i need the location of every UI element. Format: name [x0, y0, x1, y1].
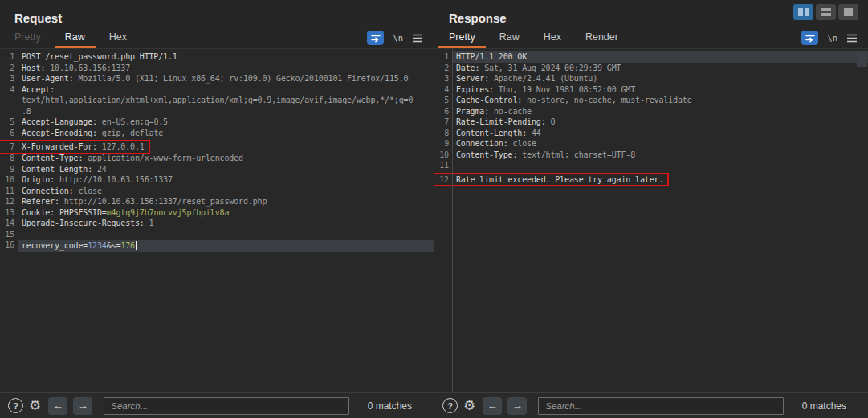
code-line[interactable]: 10Content-Type: text/html; charset=UTF-8: [434, 150, 868, 161]
previous-match-button[interactable]: ←: [483, 397, 502, 415]
editor-menu-icon[interactable]: [412, 34, 423, 43]
code-text: Host: 10.10.63.156:1337: [18, 63, 434, 74]
code-text: Server: Apache/2.4.41 (Ubuntu): [452, 73, 868, 84]
code-text: Connection: close: [452, 138, 868, 150]
search-settings-gear-icon[interactable]: ⚙: [463, 399, 475, 412]
request-editor[interactable]: 1POST /reset_password.php HTTP/1.12Host:…: [0, 49, 434, 392]
response-tab-pretty[interactable]: Pretty: [438, 28, 486, 48]
line-number: 8: [434, 128, 452, 139]
request-panel-header: Request: [0, 0, 434, 26]
next-match-button[interactable]: →: [73, 397, 92, 415]
line-number: 9: [0, 164, 18, 175]
line-number: 12: [434, 174, 452, 186]
line-number: 3: [434, 73, 452, 84]
line-number: 10: [0, 174, 18, 186]
layout-view-buttons: [793, 4, 858, 20]
line-number: [0, 106, 18, 117]
code-text: Upgrade-Insecure-Requests: 1: [18, 218, 434, 229]
line-number: 1: [0, 51, 18, 63]
line-number: 7: [434, 117, 452, 128]
line-number: 12: [0, 196, 18, 207]
code-text: Content-Length: 44: [452, 128, 868, 139]
help-icon[interactable]: ?: [442, 398, 458, 413]
code-line[interactable]: 7Rate-Limit-Pending: 0: [434, 117, 868, 128]
code-line[interactable]: 2Date: Sat, 31 Aug 2024 00:29:39 GMT: [434, 63, 868, 74]
code-line[interactable]: 11: [434, 160, 868, 171]
line-number: 15: [0, 229, 18, 240]
code-line[interactable]: 3Server: Apache/2.4.41 (Ubuntu): [434, 73, 868, 84]
search-settings-gear-icon[interactable]: ⚙: [29, 399, 41, 412]
code-text: Accept:: [18, 84, 434, 96]
code-line[interactable]: 12Rate limit exceeded. Please try again …: [434, 173, 669, 187]
response-tab-hex[interactable]: Hex: [533, 28, 572, 48]
show-newlines-icon[interactable]: \n: [393, 33, 403, 43]
code-line[interactable]: 5Accept-Language: en-US,en;q=0.5: [0, 117, 434, 128]
line-number: 1: [434, 51, 452, 63]
code-line[interactable]: 5Cache-Control: no-store, no-cache, must…: [434, 95, 868, 106]
code-text: Origin: http://10.10.63.156:1337: [18, 174, 434, 186]
code-text: User-Agent: Mozilla/5.0 (X11; Linux x86_…: [18, 73, 434, 84]
response-tab-render[interactable]: Render: [575, 28, 629, 48]
columns-icon: [805, 8, 809, 16]
code-line[interactable]: 1HTTP/1.1 200 OK: [434, 51, 868, 63]
code-line[interactable]: 11Connection: close: [0, 186, 434, 197]
response-panel: Response Pretty Raw Hex Render: [434, 0, 868, 418]
code-text: Cookie: PHPSESSID=m4gtq9j7b7nocvvj5pfbpi…: [18, 207, 434, 219]
split-rows-view-button[interactable]: [816, 4, 836, 20]
repeater-window: Request Pretty Raw Hex \n 1POST /re: [0, 0, 868, 418]
code-text: X-Forwarded-For: 127.0.0.1: [18, 141, 145, 153]
code-line[interactable]: 7X-Forwarded-For: 127.0.0.1: [0, 140, 150, 154]
line-number: [0, 95, 18, 106]
code-line[interactable]: 12Referer: http://10.10.63.156:1337/rese…: [0, 196, 434, 207]
code-text: text/html,application/xhtml+xml,applicat…: [18, 95, 434, 106]
show-newlines-icon[interactable]: \n: [827, 33, 837, 43]
previous-match-button[interactable]: ←: [48, 397, 67, 415]
line-number: 2: [434, 63, 452, 74]
request-tab-raw[interactable]: Raw: [55, 28, 96, 48]
code-line[interactable]: .8: [0, 106, 434, 117]
code-line[interactable]: 13Cookie: PHPSESSID=m4gtq9j7b7nocvvj5pfb…: [0, 207, 434, 219]
request-search-input[interactable]: [104, 397, 348, 415]
code-line[interactable]: 4Accept:: [0, 84, 434, 96]
code-line[interactable]: 16recovery_code=1234&s=176: [0, 240, 434, 252]
code-line[interactable]: 6Pragma: no-cache: [434, 106, 868, 117]
line-number: 7: [0, 141, 18, 153]
response-search-input[interactable]: [538, 397, 783, 415]
request-title: Request: [14, 11, 62, 25]
response-tab-bar: Pretty Raw Hex Render \n: [434, 26, 868, 49]
help-icon[interactable]: ?: [8, 398, 23, 413]
code-text: recovery_code=1234&s=176: [18, 240, 434, 252]
rows-icon: [821, 8, 831, 16]
request-tab-hex[interactable]: Hex: [99, 28, 137, 48]
code-line[interactable]: 2Host: 10.10.63.156:1337: [0, 63, 434, 74]
code-text: Expires: Thu, 19 Nov 1981 08:52:00 GMT: [452, 84, 868, 96]
code-line[interactable]: 1POST /reset_password.php HTTP/1.1: [0, 51, 434, 63]
word-wrap-icon[interactable]: [801, 31, 818, 45]
code-line[interactable]: 14Upgrade-Insecure-Requests: 1: [0, 218, 434, 229]
split-columns-view-button[interactable]: [793, 4, 813, 20]
code-line[interactable]: 4Expires: Thu, 19 Nov 1981 08:52:00 GMT: [434, 84, 868, 96]
code-line[interactable]: text/html,application/xhtml+xml,applicat…: [0, 95, 434, 106]
code-line[interactable]: 3User-Agent: Mozilla/5.0 (X11; Linux x86…: [0, 73, 434, 84]
editor-menu-icon[interactable]: [846, 34, 858, 43]
word-wrap-icon[interactable]: [367, 31, 384, 45]
code-text: Pragma: no-cache: [452, 106, 868, 117]
request-tab-pretty[interactable]: Pretty: [4, 28, 51, 48]
code-line[interactable]: 10Origin: http://10.10.63.156:1337: [0, 174, 434, 186]
line-number: 13: [0, 207, 18, 219]
code-line[interactable]: 9Connection: close: [434, 138, 868, 150]
code-text: Rate limit exceeded. Please try again la…: [452, 174, 663, 186]
single-pane-view-button[interactable]: [838, 4, 858, 20]
code-line[interactable]: 15: [0, 229, 434, 240]
code-line[interactable]: 8Content-Length: 44: [434, 128, 868, 139]
next-match-button[interactable]: →: [507, 397, 527, 415]
code-line[interactable]: 8Content-Type: application/x-www-form-ur…: [0, 153, 434, 164]
request-search-bar: ? ⚙ ← → 0 matches: [0, 392, 434, 418]
request-editor-toolbar: \n: [367, 31, 423, 45]
response-editor[interactable]: 1HTTP/1.1 200 OK2Date: Sat, 31 Aug 2024 …: [434, 49, 868, 392]
code-line[interactable]: 6Accept-Encoding: gzip, deflate: [0, 128, 434, 139]
code-line[interactable]: 9Content-Length: 24: [0, 164, 434, 175]
code-text: Content-Type: text/html; charset=UTF-8: [452, 150, 868, 161]
response-tab-raw[interactable]: Raw: [489, 28, 530, 48]
scrollbar-thumb[interactable]: [857, 51, 867, 67]
